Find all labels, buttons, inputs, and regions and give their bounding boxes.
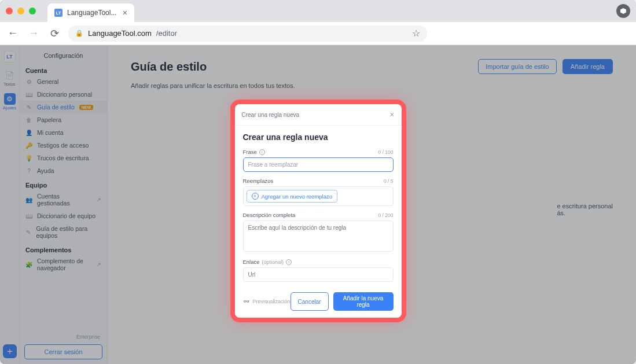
sidebar-item-team-dict[interactable]: 📖Diccionario de equipo [20,209,107,222]
new-text-button[interactable]: ＋ [3,344,17,358]
sidebar-item-tokens[interactable]: 🔑Testigos de acceso [20,139,107,152]
browser-tab[interactable]: LT LanguageTool... × [47,3,134,22]
url-host: LanguageTool.com [88,29,152,38]
description-input[interactable] [243,220,394,252]
sidebar-item-trash[interactable]: 🗑Papelera [20,113,107,126]
bookmark-star-icon[interactable]: ☆ [412,28,420,39]
url-path: /editor [156,29,177,38]
info-icon[interactable]: i [286,259,292,265]
sidebar-item-label: General [37,78,58,85]
users-icon: 👥 [25,197,32,203]
replacements-box: + Agregar un nuevo reemplazo [243,186,394,206]
obscured-text: e escritura personal ás. [557,203,613,216]
sidebar-item-dictionary[interactable]: 📖Diccionario personal [20,88,107,101]
sidebar-item-team-style[interactable]: ✎Guía de estilo para equipos [20,222,107,242]
logout-button[interactable]: Cerrar sesión [24,344,102,359]
sidebar-item-browser-addon[interactable]: 🧩Complemento de navegador↗ [20,255,107,274]
add-replacement-button[interactable]: + Agregar un nuevo reemplazo [247,190,338,203]
new-badge: NEW [79,105,93,110]
rail-logo[interactable]: LT [2,51,18,62]
sidebar-item-label: Diccionario de equipo [37,212,95,219]
back-button[interactable]: ← [6,27,20,39]
page-subtitle: Añadir reglas para unificar la escritura… [131,82,613,89]
sidebar-item-tips[interactable]: 💡Trucos de escritura [20,152,107,164]
pen-icon: ✎ [25,229,32,236]
help-icon: ? [25,168,32,174]
sidebar-item-label: Testigos de acceso [37,142,89,149]
sidebar-item-account[interactable]: 👤Mi cuenta [20,126,107,139]
phrase-input[interactable] [243,157,394,172]
sidebar-item-label: Trucos de escritura [37,155,89,161]
preview-label: Previsualización [253,299,291,304]
forward-button: → [27,27,41,39]
modal-header-title: Crear una regla nueva [242,112,300,118]
phrase-label: Frasei [243,149,265,155]
window-minimize-button[interactable] [17,8,24,14]
create-rule-modal: Crear una regla nueva × Crear una regla … [235,104,402,318]
close-tab-icon[interactable]: × [123,8,127,17]
window-maximize-button[interactable] [29,8,36,14]
gear-icon: ⚙ [25,79,32,85]
description-label: Descripción completa [243,212,296,218]
browser-profile-icon[interactable] [616,4,630,18]
submit-rule-button[interactable]: Añadir la nueva regla [333,292,394,311]
link-input[interactable] [243,267,394,282]
page-title: Guía de estilo [131,60,207,73]
sidebar-item-styleguide[interactable]: ✎Guía de estilo NEW [20,101,107,113]
plus-icon: + [252,193,259,200]
sidebar-item-label: Guía de estilo [37,104,75,111]
modal-close-icon[interactable]: × [389,110,394,119]
description-counter: 0 / 200 [378,212,394,218]
address-bar[interactable]: 🔒 LanguageTool.com/editor ☆ [68,25,427,42]
sidebar-item-label: Mi cuenta [37,129,64,136]
rail-item-settings[interactable]: ⚙ Ajustes [2,93,18,110]
add-replacement-label: Agregar un nuevo reemplazo [262,193,333,200]
sidebar-item-label: Papelera [37,116,61,123]
pen-icon: ✎ [25,104,32,111]
lock-icon: 🔒 [75,30,83,37]
puzzle-icon: 🧩 [25,262,32,268]
user-icon: 👤 [25,130,32,136]
icon-rail: LT 📄 Textos ⚙ Ajustes ＋ [0,45,20,364]
info-icon[interactable]: i [259,149,265,155]
sidebar-item-label: Cuentas gestionadas [37,193,92,207]
section-addons: Complementos [20,242,107,255]
sidebar-item-help[interactable]: ?Ayuda [20,164,107,177]
phrase-counter: 0 / 100 [378,149,394,155]
trash-icon: 🗑 [25,117,32,123]
external-link-icon: ↗ [97,197,101,203]
tab-title: LanguageTool... [67,9,116,17]
preview-toggle[interactable]: 👓 Previsualización [243,299,291,304]
link-label: Enlace (optional) i [243,259,292,265]
rail-item-texts[interactable]: 📄 Textos [2,69,18,86]
modal-title: Crear una regla nueva [243,133,394,142]
sidebar-title: Configuración [20,49,107,62]
tab-favicon: LT [54,9,63,17]
sidebar-item-label: Complemento de navegador [37,258,92,271]
bulb-icon: 💡 [25,155,32,161]
browser-toolbar: ← → ⟳ 🔒 LanguageTool.com/editor ☆ [0,22,636,45]
document-icon: 📄 [4,69,16,81]
window-controls [6,8,36,14]
key-icon: 🔑 [25,142,32,149]
cancel-button[interactable]: Cancelar [291,292,329,311]
add-rule-button[interactable]: Añadir regla [563,59,613,74]
rail-label: Ajustes [3,106,16,110]
sidebar-item-general[interactable]: ⚙General [20,75,107,88]
external-link-icon: ↗ [97,262,101,267]
import-guide-button[interactable]: Importar guía de estilo [478,59,556,74]
book-icon: 📖 [25,213,32,219]
enterprise-label: Enterprise [24,332,102,344]
rail-label: Textos [3,82,15,86]
sidebar-item-label: Ayuda [37,167,54,174]
reload-button[interactable]: ⟳ [47,27,61,40]
app-logo-icon: LT [4,51,16,62]
section-account: Cuenta [20,62,107,75]
window-close-button[interactable] [6,8,13,14]
section-team: Equipo [20,177,107,190]
book-icon: 📖 [25,91,32,98]
sidebar-item-label: Diccionario personal [37,91,92,98]
sidebar-item-managed[interactable]: 👥Cuentas gestionadas↗ [20,190,107,209]
replacements-counter: 0 / 5 [384,178,394,184]
modal-highlight-wrap: Crear una regla nueva × Crear una regla … [230,100,406,322]
